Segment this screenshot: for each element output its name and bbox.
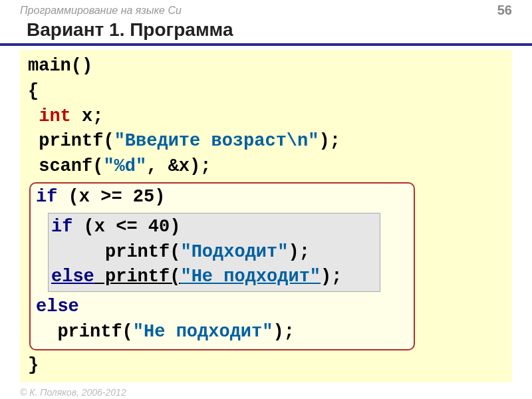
code-line: if (x >= 25) (36, 185, 408, 210)
code-line: printf("Не подходит"); (36, 320, 408, 345)
code-line: } (20, 353, 512, 378)
string-literal: "Не подходит" (180, 267, 321, 287)
topic-label: Программирование на языке Си (20, 5, 182, 17)
string-literal: "Подходит" (180, 242, 288, 262)
string-literal: "Не подходит" (133, 322, 273, 342)
code-line: printf("Подходит"); (51, 240, 377, 265)
string-literal: "%d" (103, 156, 146, 176)
slide-header: Программирование на языке Си 56 (0, 0, 532, 19)
slide-title: Вариант 1. Программа (0, 19, 532, 46)
keyword-if: if (36, 187, 57, 207)
code-line: main() (20, 54, 512, 79)
code-block: main() { int x; printf("Введите возраст\… (20, 50, 512, 382)
code-line: { (20, 79, 512, 104)
code-line: else (36, 295, 408, 320)
code-line: scanf("%d", &x); (20, 154, 512, 180)
page-number: 56 (497, 3, 512, 18)
inner-highlight-box: if (x <= 40) printf("Подходит"); else pr… (48, 213, 380, 292)
code-line: printf("Введите возраст\n"); (20, 129, 512, 154)
code-line: else printf("Не подходит"); (51, 265, 377, 290)
keyword-if: if (51, 217, 72, 237)
code-line: int x; (20, 104, 512, 130)
string-literal: "Введите возраст\n" (114, 131, 319, 151)
copyright-footer: © К. Поляков, 2006-2012 (20, 387, 126, 398)
keyword-else: else (36, 297, 79, 317)
keyword-int: int (28, 106, 71, 126)
code-line: if (x <= 40) (51, 215, 377, 240)
keyword-else: else (51, 267, 94, 287)
outer-highlight-box: if (x >= 25) if (x <= 40) printf("Подход… (29, 182, 415, 350)
